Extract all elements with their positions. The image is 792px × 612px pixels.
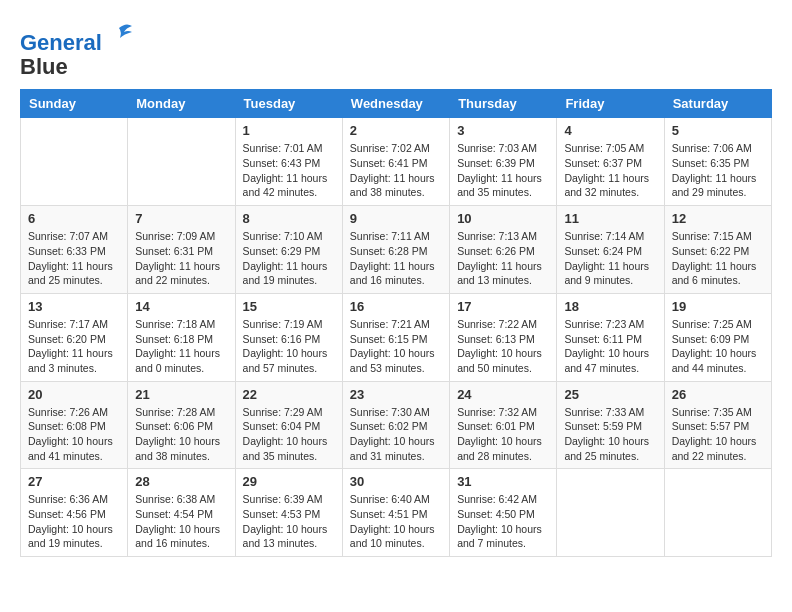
calendar-cell: 3Sunrise: 7:03 AM Sunset: 6:39 PM Daylig… xyxy=(450,118,557,206)
day-number: 22 xyxy=(243,387,335,402)
day-info: Sunrise: 7:14 AM Sunset: 6:24 PM Dayligh… xyxy=(564,229,656,288)
day-number: 7 xyxy=(135,211,227,226)
day-number: 25 xyxy=(564,387,656,402)
logo-text: General Blue xyxy=(20,20,134,79)
calendar-cell: 18Sunrise: 7:23 AM Sunset: 6:11 PM Dayli… xyxy=(557,293,664,381)
calendar-week-4: 20Sunrise: 7:26 AM Sunset: 6:08 PM Dayli… xyxy=(21,381,772,469)
day-info: Sunrise: 7:10 AM Sunset: 6:29 PM Dayligh… xyxy=(243,229,335,288)
day-info: Sunrise: 7:03 AM Sunset: 6:39 PM Dayligh… xyxy=(457,141,549,200)
day-number: 10 xyxy=(457,211,549,226)
day-info: Sunrise: 7:23 AM Sunset: 6:11 PM Dayligh… xyxy=(564,317,656,376)
day-info: Sunrise: 6:42 AM Sunset: 4:50 PM Dayligh… xyxy=(457,492,549,551)
calendar-table: SundayMondayTuesdayWednesdayThursdayFrid… xyxy=(20,89,772,557)
calendar-cell: 24Sunrise: 7:32 AM Sunset: 6:01 PM Dayli… xyxy=(450,381,557,469)
day-number: 29 xyxy=(243,474,335,489)
weekday-header-saturday: Saturday xyxy=(664,90,771,118)
calendar-cell: 28Sunrise: 6:38 AM Sunset: 4:54 PM Dayli… xyxy=(128,469,235,557)
day-number: 6 xyxy=(28,211,120,226)
day-number: 19 xyxy=(672,299,764,314)
calendar-cell: 27Sunrise: 6:36 AM Sunset: 4:56 PM Dayli… xyxy=(21,469,128,557)
day-info: Sunrise: 7:01 AM Sunset: 6:43 PM Dayligh… xyxy=(243,141,335,200)
day-number: 8 xyxy=(243,211,335,226)
day-number: 21 xyxy=(135,387,227,402)
calendar-header: SundayMondayTuesdayWednesdayThursdayFrid… xyxy=(21,90,772,118)
day-info: Sunrise: 6:40 AM Sunset: 4:51 PM Dayligh… xyxy=(350,492,442,551)
calendar-week-3: 13Sunrise: 7:17 AM Sunset: 6:20 PM Dayli… xyxy=(21,293,772,381)
day-number: 30 xyxy=(350,474,442,489)
calendar-cell: 4Sunrise: 7:05 AM Sunset: 6:37 PM Daylig… xyxy=(557,118,664,206)
day-number: 17 xyxy=(457,299,549,314)
calendar-week-2: 6Sunrise: 7:07 AM Sunset: 6:33 PM Daylig… xyxy=(21,206,772,294)
day-number: 3 xyxy=(457,123,549,138)
calendar-cell: 21Sunrise: 7:28 AM Sunset: 6:06 PM Dayli… xyxy=(128,381,235,469)
page-header: General Blue xyxy=(20,20,772,79)
calendar-cell xyxy=(21,118,128,206)
day-info: Sunrise: 7:15 AM Sunset: 6:22 PM Dayligh… xyxy=(672,229,764,288)
day-info: Sunrise: 7:07 AM Sunset: 6:33 PM Dayligh… xyxy=(28,229,120,288)
weekday-header-wednesday: Wednesday xyxy=(342,90,449,118)
day-info: Sunrise: 6:39 AM Sunset: 4:53 PM Dayligh… xyxy=(243,492,335,551)
day-number: 14 xyxy=(135,299,227,314)
calendar-cell: 8Sunrise: 7:10 AM Sunset: 6:29 PM Daylig… xyxy=(235,206,342,294)
calendar-cell: 20Sunrise: 7:26 AM Sunset: 6:08 PM Dayli… xyxy=(21,381,128,469)
calendar-cell: 10Sunrise: 7:13 AM Sunset: 6:26 PM Dayli… xyxy=(450,206,557,294)
day-info: Sunrise: 7:18 AM Sunset: 6:18 PM Dayligh… xyxy=(135,317,227,376)
weekday-header-monday: Monday xyxy=(128,90,235,118)
day-info: Sunrise: 7:25 AM Sunset: 6:09 PM Dayligh… xyxy=(672,317,764,376)
day-number: 16 xyxy=(350,299,442,314)
day-number: 18 xyxy=(564,299,656,314)
calendar-cell: 7Sunrise: 7:09 AM Sunset: 6:31 PM Daylig… xyxy=(128,206,235,294)
calendar-cell: 25Sunrise: 7:33 AM Sunset: 5:59 PM Dayli… xyxy=(557,381,664,469)
day-number: 11 xyxy=(564,211,656,226)
calendar-cell: 5Sunrise: 7:06 AM Sunset: 6:35 PM Daylig… xyxy=(664,118,771,206)
calendar-cell: 29Sunrise: 6:39 AM Sunset: 4:53 PM Dayli… xyxy=(235,469,342,557)
logo: General Blue xyxy=(20,20,134,79)
day-number: 26 xyxy=(672,387,764,402)
day-number: 23 xyxy=(350,387,442,402)
day-info: Sunrise: 7:33 AM Sunset: 5:59 PM Dayligh… xyxy=(564,405,656,464)
calendar-cell: 1Sunrise: 7:01 AM Sunset: 6:43 PM Daylig… xyxy=(235,118,342,206)
day-info: Sunrise: 7:13 AM Sunset: 6:26 PM Dayligh… xyxy=(457,229,549,288)
day-info: Sunrise: 7:06 AM Sunset: 6:35 PM Dayligh… xyxy=(672,141,764,200)
day-number: 20 xyxy=(28,387,120,402)
logo-bird-icon xyxy=(104,20,134,50)
calendar-cell: 13Sunrise: 7:17 AM Sunset: 6:20 PM Dayli… xyxy=(21,293,128,381)
day-info: Sunrise: 7:02 AM Sunset: 6:41 PM Dayligh… xyxy=(350,141,442,200)
calendar-cell: 17Sunrise: 7:22 AM Sunset: 6:13 PM Dayli… xyxy=(450,293,557,381)
calendar-cell: 14Sunrise: 7:18 AM Sunset: 6:18 PM Dayli… xyxy=(128,293,235,381)
calendar-cell: 2Sunrise: 7:02 AM Sunset: 6:41 PM Daylig… xyxy=(342,118,449,206)
day-number: 28 xyxy=(135,474,227,489)
calendar-cell: 31Sunrise: 6:42 AM Sunset: 4:50 PM Dayli… xyxy=(450,469,557,557)
day-number: 13 xyxy=(28,299,120,314)
calendar-cell: 16Sunrise: 7:21 AM Sunset: 6:15 PM Dayli… xyxy=(342,293,449,381)
day-info: Sunrise: 7:32 AM Sunset: 6:01 PM Dayligh… xyxy=(457,405,549,464)
calendar-cell xyxy=(557,469,664,557)
day-number: 2 xyxy=(350,123,442,138)
calendar-cell: 11Sunrise: 7:14 AM Sunset: 6:24 PM Dayli… xyxy=(557,206,664,294)
calendar-cell: 6Sunrise: 7:07 AM Sunset: 6:33 PM Daylig… xyxy=(21,206,128,294)
weekday-header-sunday: Sunday xyxy=(21,90,128,118)
calendar-cell: 19Sunrise: 7:25 AM Sunset: 6:09 PM Dayli… xyxy=(664,293,771,381)
calendar-week-5: 27Sunrise: 6:36 AM Sunset: 4:56 PM Dayli… xyxy=(21,469,772,557)
day-number: 12 xyxy=(672,211,764,226)
day-info: Sunrise: 7:11 AM Sunset: 6:28 PM Dayligh… xyxy=(350,229,442,288)
day-info: Sunrise: 6:38 AM Sunset: 4:54 PM Dayligh… xyxy=(135,492,227,551)
day-info: Sunrise: 7:35 AM Sunset: 5:57 PM Dayligh… xyxy=(672,405,764,464)
day-info: Sunrise: 6:36 AM Sunset: 4:56 PM Dayligh… xyxy=(28,492,120,551)
day-number: 31 xyxy=(457,474,549,489)
weekday-header-thursday: Thursday xyxy=(450,90,557,118)
calendar-cell: 23Sunrise: 7:30 AM Sunset: 6:02 PM Dayli… xyxy=(342,381,449,469)
day-info: Sunrise: 7:30 AM Sunset: 6:02 PM Dayligh… xyxy=(350,405,442,464)
calendar-cell: 9Sunrise: 7:11 AM Sunset: 6:28 PM Daylig… xyxy=(342,206,449,294)
day-number: 1 xyxy=(243,123,335,138)
weekday-header-friday: Friday xyxy=(557,90,664,118)
calendar-cell: 22Sunrise: 7:29 AM Sunset: 6:04 PM Dayli… xyxy=(235,381,342,469)
day-info: Sunrise: 7:22 AM Sunset: 6:13 PM Dayligh… xyxy=(457,317,549,376)
day-number: 4 xyxy=(564,123,656,138)
calendar-cell: 12Sunrise: 7:15 AM Sunset: 6:22 PM Dayli… xyxy=(664,206,771,294)
calendar-cell: 15Sunrise: 7:19 AM Sunset: 6:16 PM Dayli… xyxy=(235,293,342,381)
calendar-cell: 26Sunrise: 7:35 AM Sunset: 5:57 PM Dayli… xyxy=(664,381,771,469)
day-info: Sunrise: 7:17 AM Sunset: 6:20 PM Dayligh… xyxy=(28,317,120,376)
day-info: Sunrise: 7:29 AM Sunset: 6:04 PM Dayligh… xyxy=(243,405,335,464)
day-info: Sunrise: 7:21 AM Sunset: 6:15 PM Dayligh… xyxy=(350,317,442,376)
